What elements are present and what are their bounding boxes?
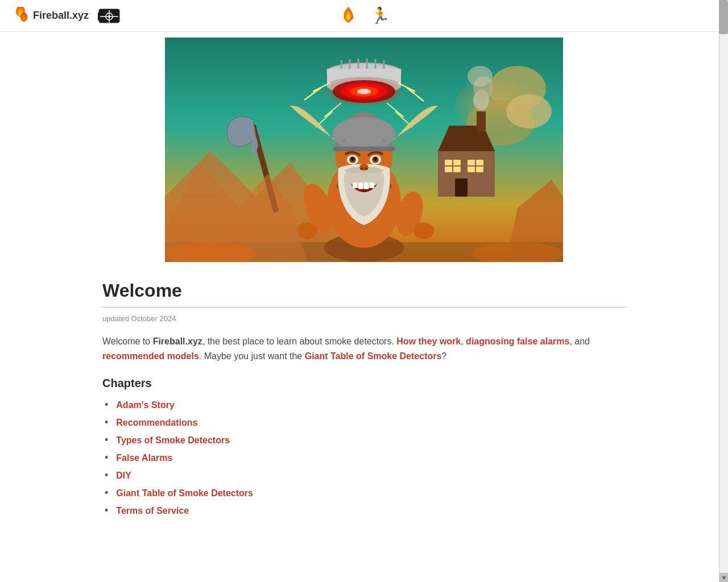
giant-table-text: Giant Table of Smoke Detectors — [305, 351, 442, 361]
hero-illustration — [165, 38, 563, 262]
recommended-models-link[interactable]: recommended models — [102, 351, 199, 361]
svg-rect-55 — [353, 182, 357, 188]
chapter-link-2[interactable]: Types of Smoke Detectors — [116, 435, 230, 446]
chapter-list-item: Types of Smoke Detectors — [102, 434, 626, 446]
logo-text: Fireball.xyz — [33, 10, 89, 22]
svg-point-16 — [506, 94, 552, 128]
svg-point-64 — [374, 157, 377, 161]
giant-table-link[interactable]: Giant Table of Smoke Detectors — [305, 351, 442, 361]
scrollbar[interactable]: ▼ — [719, 0, 728, 582]
main-content: Welcome updated October 2024 Welcome to … — [91, 38, 637, 545]
svg-point-71 — [382, 139, 386, 143]
svg-point-70 — [342, 139, 346, 143]
chapter-list-item: Recommendations — [102, 417, 626, 429]
svg-point-52 — [297, 222, 317, 239]
svg-point-10 — [108, 15, 110, 18]
smoke-detector-nav-icon[interactable] — [98, 5, 121, 27]
nav-center-icons: 🏃 — [338, 6, 390, 26]
chapters-title: Chapters — [102, 377, 626, 390]
chapter-list-item: Terms of Service — [102, 505, 626, 517]
chapter-list-item: Adam's Story — [102, 399, 626, 411]
running-person-icon[interactable]: 🏃 — [370, 6, 390, 25]
site-header: Fireball.xyz 🏃 — [0, 0, 728, 32]
chapter-list-item: Giant Table of Smoke Detectors — [102, 487, 626, 499]
scrollbar-thumb[interactable] — [719, 0, 728, 34]
svg-point-32 — [468, 66, 493, 86]
svg-rect-58 — [370, 182, 374, 188]
how-they-work-link[interactable]: How they work — [396, 336, 461, 346]
intro-paragraph: Welcome to Fireball.xyz, the best place … — [102, 334, 626, 363]
svg-rect-29 — [455, 178, 468, 197]
svg-rect-11 — [98, 13, 100, 20]
brand-name: Fireball.xyz — [153, 336, 202, 346]
welcome-section: Welcome updated October 2024 Welcome to … — [102, 280, 626, 363]
svg-point-66 — [360, 168, 363, 170]
scrollbar-arrow-down[interactable]: ▼ — [719, 573, 728, 582]
svg-point-63 — [351, 157, 354, 161]
chapter-link-6[interactable]: Terms of Service — [116, 506, 189, 516]
svg-point-53 — [413, 222, 434, 239]
nav-flame-icon[interactable] — [338, 6, 359, 26]
chapter-list-item: False Alarms — [102, 452, 626, 464]
updated-date: updated October 2024 — [102, 314, 626, 323]
svg-point-67 — [365, 168, 368, 170]
chapter-link-5[interactable]: Giant Table of Smoke Detectors — [116, 488, 253, 498]
logo-link[interactable]: Fireball.xyz — [11, 7, 89, 25]
svg-rect-57 — [364, 182, 369, 189]
chapter-link-1[interactable]: Recommendations — [116, 418, 197, 428]
page-title: Welcome — [102, 280, 626, 301]
welcome-divider — [102, 307, 626, 307]
chapter-link-0[interactable]: Adam's Story — [116, 400, 175, 410]
logo-flame-icon — [11, 7, 30, 25]
chapter-list-item: DIY — [102, 469, 626, 481]
svg-point-4 — [22, 15, 26, 22]
chapter-link-3[interactable]: False Alarms — [116, 453, 172, 463]
chapters-section: Chapters Adam's StoryRecommendationsType… — [102, 377, 626, 517]
chapter-link-4[interactable]: DIY — [116, 471, 131, 481]
svg-rect-69 — [333, 147, 395, 151]
svg-point-68 — [333, 117, 395, 151]
diagnosing-false-alarms-link[interactable]: diagnosing false alarms — [466, 336, 569, 346]
svg-rect-56 — [358, 182, 363, 189]
svg-point-47 — [327, 77, 401, 106]
hero-image — [165, 38, 563, 262]
chapters-list: Adam's StoryRecommendationsTypes of Smok… — [102, 399, 626, 517]
svg-rect-21 — [477, 111, 486, 131]
